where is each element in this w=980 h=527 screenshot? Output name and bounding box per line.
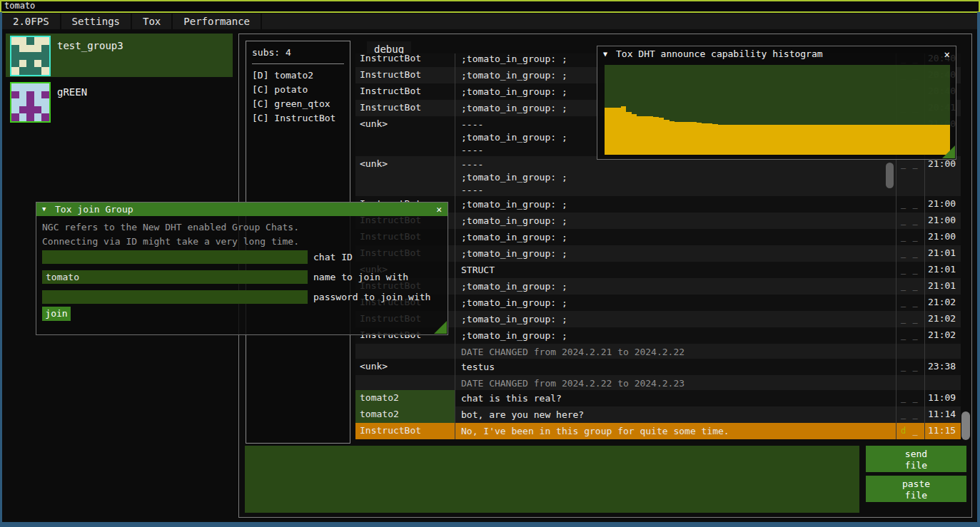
message-timestamp: 21:02 bbox=[925, 295, 961, 311]
message-status-flags: _ _ bbox=[896, 359, 925, 375]
window-title: tomato bbox=[4, 1, 35, 11]
message-author: <unk> bbox=[355, 359, 455, 375]
histogram-bar bbox=[670, 121, 675, 155]
message-content: testus bbox=[455, 359, 896, 375]
join-password-input[interactable] bbox=[42, 290, 308, 304]
app-window: tomato 2.0FPS Settings Tox Performance t… bbox=[0, 0, 980, 527]
join-info-line: Connecting via ID might take a very long… bbox=[42, 236, 299, 247]
histogram-bar bbox=[934, 125, 939, 155]
message-timestamp bbox=[925, 344, 961, 359]
histogram-bar bbox=[809, 125, 815, 155]
member-list-item[interactable]: [C] InstructBot bbox=[252, 111, 350, 126]
histogram-bar bbox=[756, 125, 762, 155]
chat-id-input[interactable] bbox=[42, 250, 308, 264]
message-author: InstructBot bbox=[355, 423, 455, 439]
window-title-bar[interactable]: tomato bbox=[0, 0, 980, 13]
member-list-item[interactable]: [C] potato bbox=[252, 83, 350, 97]
join-button[interactable]: join bbox=[42, 307, 71, 321]
message-status-flags: _ _ bbox=[896, 196, 925, 213]
collapse-icon[interactable]: ▼ bbox=[603, 46, 607, 62]
join-group-title-bar[interactable]: ▼ Tox join Group ✕ bbox=[36, 203, 448, 216]
join-name-input[interactable] bbox=[42, 270, 308, 284]
message-content: STRUCT bbox=[455, 262, 896, 278]
histogram-bar bbox=[815, 125, 821, 155]
menu-item-performance[interactable]: Performance bbox=[173, 14, 262, 29]
window-border bbox=[0, 12, 2, 527]
member-name: tomato2 bbox=[274, 70, 313, 81]
fps-indicator: 2.0FPS bbox=[2, 14, 61, 29]
message-status-flags: _ _ bbox=[896, 406, 925, 423]
message-status-flags: _ _ bbox=[896, 229, 925, 245]
histogram-bar bbox=[929, 125, 934, 155]
member-name: green_qtox bbox=[274, 98, 330, 109]
message-timestamp: 11:09 bbox=[925, 390, 961, 406]
dht-histogram-title-bar[interactable]: ▼ Tox DHT announce capability histogram … bbox=[597, 46, 956, 62]
message-status-flags: _ _ bbox=[896, 245, 925, 262]
message-status-flags bbox=[896, 375, 925, 390]
message-row[interactable]: tomato2chat is this real?_ _11:09 bbox=[355, 390, 961, 406]
close-icon[interactable]: ✕ bbox=[436, 203, 442, 216]
message-row[interactable]: InstructBotNo, I've been in this group f… bbox=[355, 423, 961, 439]
message-input[interactable] bbox=[245, 446, 859, 513]
message-timestamp: 21:02 bbox=[925, 327, 961, 344]
member-list-item[interactable]: [C] green_qtox bbox=[252, 97, 350, 111]
message-row[interactable]: <unk>----;tomato_in_group: ;----_ _21:00 bbox=[355, 156, 961, 196]
message-row[interactable]: <unk>testus_ _23:38 bbox=[355, 359, 961, 375]
message-status-flags: _ _ bbox=[896, 262, 925, 278]
message-timestamp: 23:38 bbox=[925, 359, 961, 375]
histogram-bar bbox=[712, 124, 718, 155]
message-content: bot, are you new here? bbox=[455, 406, 896, 423]
message-cell-scrollbar-thumb[interactable] bbox=[886, 163, 894, 188]
histogram-bar bbox=[632, 114, 637, 155]
date-separator-row: DATE CHANGED from 2024.2.21 to 2024.2.22 bbox=[355, 344, 961, 359]
histogram-bar bbox=[739, 125, 745, 155]
histogram-bar bbox=[734, 125, 740, 155]
message-status-flags: _ _ bbox=[896, 156, 925, 196]
histogram-bar bbox=[912, 125, 918, 155]
dht-histogram-title: Tox DHT announce capability histogram bbox=[616, 48, 823, 59]
paste-file-button[interactable]: paste file bbox=[866, 476, 966, 502]
send-file-button[interactable]: send file bbox=[866, 446, 966, 472]
date-separator-text: DATE CHANGED from 2024.2.21 to 2024.2.22 bbox=[455, 344, 896, 359]
join-name-label: name to join with bbox=[313, 270, 408, 284]
member-list: [D] tomato2 [C] potato [C] green_qtox [C… bbox=[246, 64, 350, 126]
message-timestamp: 21:00 bbox=[925, 156, 961, 196]
histogram-bar bbox=[680, 122, 686, 155]
histogram-bar bbox=[697, 123, 702, 155]
menu-item-tox[interactable]: Tox bbox=[132, 14, 173, 29]
histogram-bar bbox=[615, 108, 621, 155]
message-timestamp: 21:01 bbox=[925, 245, 961, 262]
histogram-bar bbox=[729, 125, 734, 155]
chat-id-label: chat ID bbox=[313, 250, 353, 264]
close-icon[interactable]: ✕ bbox=[944, 46, 950, 62]
message-author: InstructBot bbox=[355, 100, 455, 116]
message-content: ;tomato_in_group: ; bbox=[455, 311, 896, 327]
group-list-item-gREEN[interactable]: gREEN bbox=[6, 80, 233, 123]
menu-item-settings[interactable]: Settings bbox=[61, 14, 132, 29]
resize-grip[interactable] bbox=[434, 321, 447, 334]
group-list-item-test_group3[interactable]: test_group3 bbox=[6, 34, 233, 77]
message-content: ;tomato_in_group: ; bbox=[455, 229, 896, 245]
histogram-bar bbox=[799, 125, 804, 155]
chat-scrollbar-thumb[interactable] bbox=[961, 411, 970, 440]
group-name: gREEN bbox=[57, 86, 87, 98]
collapse-icon[interactable]: ▼ bbox=[42, 203, 46, 216]
histogram-bar bbox=[832, 125, 837, 155]
message-status-flags: _ _ bbox=[896, 327, 925, 344]
histogram-bar bbox=[723, 125, 729, 155]
histogram-bar bbox=[788, 125, 794, 155]
member-prefix: [C] bbox=[252, 84, 268, 95]
join-group-window: ▼ Tox join Group ✕ NGC refers to the New… bbox=[36, 202, 448, 335]
histogram-bar bbox=[621, 106, 627, 155]
histogram-bar bbox=[691, 122, 697, 155]
message-timestamp: 21:02 bbox=[925, 311, 961, 327]
message-content: ;tomato_in_group: ; bbox=[455, 196, 896, 213]
member-list-item[interactable]: [D] tomato2 bbox=[252, 68, 350, 83]
join-info-line: NGC refers to the New DHT enabled Group … bbox=[42, 222, 299, 232]
message-status-flags: d _ bbox=[896, 423, 925, 439]
message-status-flags: _ _ bbox=[896, 278, 925, 295]
message-row[interactable]: tomato2bot, are you new here?_ _11:14 bbox=[355, 406, 961, 423]
message-author: InstructBot bbox=[355, 83, 455, 100]
resize-grip[interactable] bbox=[942, 145, 955, 158]
message-author: InstructBot bbox=[355, 67, 455, 83]
